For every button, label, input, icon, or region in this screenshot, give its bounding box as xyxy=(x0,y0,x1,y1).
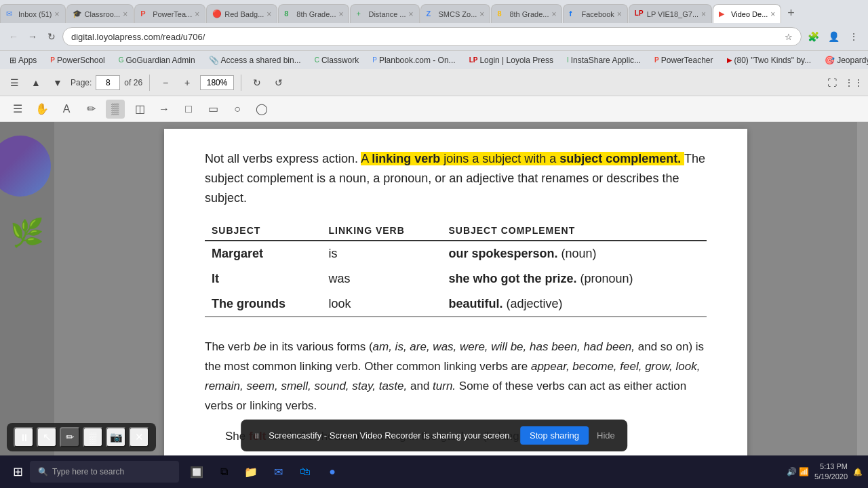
taskbar-explorer[interactable]: 📁 xyxy=(239,460,263,484)
tab-close-redbadge[interactable]: × xyxy=(267,9,271,19)
bookmark-shared[interactable]: 📎 Access a shared bin... xyxy=(205,54,305,66)
tab-close-8thgrade2[interactable]: × xyxy=(551,9,556,19)
tab-redbadge[interactable]: 🔴 Red Badg... × xyxy=(206,4,277,23)
pen-tool-btn[interactable]: ✏ xyxy=(60,427,80,447)
tab-powerteacher[interactable]: P PowerTea... × xyxy=(134,4,205,23)
stop-sharing-button[interactable]: Stop sharing xyxy=(520,426,589,445)
subject-complement-term: subject complement. xyxy=(559,152,681,165)
pdf-reload-btn[interactable]: ↻ xyxy=(248,74,266,92)
taskbar-cortana[interactable]: 🔲 xyxy=(184,460,209,484)
tab-close-smcs[interactable]: × xyxy=(479,9,484,19)
draw-select-btn[interactable]: ☰ xyxy=(8,100,27,119)
bookmark-loyola[interactable]: LP Login | Loyola Press xyxy=(465,54,557,66)
bookmark-loyola-label: Login | Loyola Press xyxy=(479,56,553,65)
pdf-next-page[interactable]: ▼ xyxy=(49,74,66,92)
intro-joins: joins a subject with a xyxy=(440,152,559,165)
pause-recording-btn[interactable]: ⏸ xyxy=(14,427,34,447)
back-button[interactable]: ← xyxy=(5,28,22,45)
taskbar-chrome[interactable]: ● xyxy=(320,460,344,484)
taskbar-mail[interactable]: ✉ xyxy=(266,460,290,484)
bookmark-apps-label: Apps xyxy=(18,56,37,65)
star-icon[interactable]: ☆ xyxy=(785,32,793,42)
tab-favicon-smcs: Z xyxy=(427,9,436,19)
menu-icon[interactable]: ⋮ xyxy=(845,28,863,45)
taskbar-search-placeholder: Type here to search xyxy=(52,467,124,476)
camera-tool-btn[interactable]: 📷 xyxy=(106,427,126,447)
tab-distance[interactable]: + Distance ... × xyxy=(350,4,419,23)
tab-close-facebook[interactable]: × xyxy=(617,9,622,19)
zoom-in-btn[interactable]: + xyxy=(178,74,196,92)
bookmark-apps[interactable]: ⊞ Apps xyxy=(5,54,41,66)
hide-button[interactable]: Hide xyxy=(597,430,615,441)
taskbar-store[interactable]: 🛍 xyxy=(293,460,317,484)
draw-pencil-btn[interactable]: ✏ xyxy=(81,100,100,119)
bookmark-powerteacher2[interactable]: P PowerTeacher xyxy=(650,54,717,66)
tab-favicon-8thgrade1: 8 xyxy=(284,9,294,19)
bookmark-powerschool[interactable]: P PowerSchool xyxy=(46,54,108,66)
draw-eraser-btn[interactable]: ◫ xyxy=(130,100,149,119)
extensions-icon[interactable]: 🧩 xyxy=(804,28,822,45)
tab-video[interactable]: ▶ Video De... × xyxy=(713,4,781,23)
pdf-menu-btn[interactable]: ☰ xyxy=(5,74,23,92)
taskbar-task-view[interactable]: ⧉ xyxy=(212,460,236,484)
tab-close-8thgrade1[interactable]: × xyxy=(338,9,343,19)
highlighter-tool-btn[interactable]: ▒ xyxy=(83,427,103,447)
pdf-prev-page[interactable]: ▲ xyxy=(27,74,45,92)
address-bar[interactable]: digital.loyolapress.com/read/u706/ ☆ xyxy=(62,27,802,46)
tab-8thgrade1[interactable]: 8 8th Grade... × xyxy=(278,4,349,23)
pdf-undo-btn[interactable]: ↺ xyxy=(270,74,288,92)
taskbar-search[interactable]: 🔍 Type here to search xyxy=(30,461,179,483)
intro-paragraph: Not all verbs express action. A linking … xyxy=(205,149,707,207)
tab-close-inbox[interactable]: × xyxy=(55,9,60,19)
zoom-input[interactable] xyxy=(200,75,234,90)
twokinds-favicon: ▶ xyxy=(727,56,732,64)
tab-facebook[interactable]: f Facebook × xyxy=(563,4,627,23)
turn-word: turn. xyxy=(433,380,456,392)
tab-label-powerteacher: PowerTea... xyxy=(153,10,192,18)
draw-hand-btn[interactable]: ✋ xyxy=(33,100,52,119)
notification-icon[interactable]: 🔔 xyxy=(853,468,863,476)
draw-circle-btn[interactable]: ○ xyxy=(228,100,247,119)
loyola-favicon: LP xyxy=(469,56,478,64)
col-linking-verb: LINKING VERB xyxy=(321,221,441,241)
tab-classwork[interactable]: 🎓 Classroo... × xyxy=(66,4,134,23)
planbook-favicon: P xyxy=(372,56,377,64)
tab-8thgrade2[interactable]: 8 8th Grade... × xyxy=(491,4,562,23)
tab-close-lp[interactable]: × xyxy=(701,9,706,19)
tab-smcs[interactable]: Z SMCS Zo... × xyxy=(420,4,491,23)
screencast-pause-icon: ⏸ xyxy=(253,432,260,440)
bookmark-planbook[interactable]: P Planbook.com - On... xyxy=(368,54,459,66)
shared-favicon: 📎 xyxy=(209,56,219,65)
tab-close-powerteacher[interactable]: × xyxy=(195,9,199,19)
reload-button[interactable]: ↻ xyxy=(43,28,60,45)
tab-label-classwork: Classroo... xyxy=(85,10,121,18)
draw-highlight-btn[interactable]: ▒ xyxy=(106,100,125,119)
bookmark-twokinds[interactable]: ▶ (80) "Two Kinds" by... xyxy=(723,54,816,66)
zoom-out-btn[interactable]: − xyxy=(157,74,174,92)
right-scrollbar[interactable] xyxy=(857,122,868,488)
draw-text-btn[interactable]: A xyxy=(57,100,76,119)
tab-close-distance[interactable]: × xyxy=(409,9,414,19)
bookmark-goguardian[interactable]: G GoGuardian Admin xyxy=(115,54,199,66)
tab-lp[interactable]: LP LP VIE18_G7... × xyxy=(629,4,712,23)
bookmark-insta[interactable]: I InstaShare Applic... xyxy=(563,54,645,66)
profile-icon[interactable]: 👤 xyxy=(825,28,842,45)
pdf-fullscreen-btn[interactable]: ⛶ xyxy=(823,74,841,92)
pdf-page-input[interactable] xyxy=(96,75,120,90)
tab-close-video[interactable]: × xyxy=(770,9,775,19)
tab-inbox[interactable]: ✉ Inbox (51) × xyxy=(0,4,66,23)
draw-rect-btn[interactable]: □ xyxy=(179,100,198,119)
new-tab-button[interactable]: + xyxy=(782,6,800,20)
tab-favicon-video: ▶ xyxy=(719,9,728,19)
draw-ellipse-btn[interactable]: ◯ xyxy=(252,100,271,119)
draw-arrow-btn[interactable]: → xyxy=(155,100,174,119)
close-tools-btn[interactable]: ✕ xyxy=(129,427,149,447)
cursor-tool-btn[interactable]: ↖ xyxy=(37,427,57,447)
pdf-more-btn[interactable]: ⋮⋮ xyxy=(845,74,863,92)
start-button[interactable]: ⊞ xyxy=(5,460,30,484)
bookmark-classwork[interactable]: C Classwork xyxy=(311,54,363,66)
bookmark-jeopardy[interactable]: 🎯 JeopardyLabs - Onl... xyxy=(821,54,868,66)
tab-close-classwork[interactable]: × xyxy=(123,9,127,19)
draw-rect2-btn[interactable]: ▭ xyxy=(203,100,222,119)
forward-button[interactable]: → xyxy=(24,28,41,45)
